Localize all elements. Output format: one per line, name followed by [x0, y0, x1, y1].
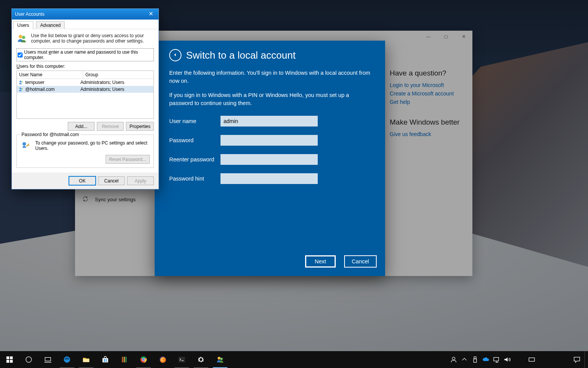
apply-button[interactable]: Apply: [127, 176, 154, 185]
row-reenter: Reenter password: [169, 154, 371, 165]
ua-password-group-text: To change your password, go to PC settin…: [35, 140, 150, 151]
svg-rect-20: [106, 361, 107, 362]
taskbar-app-generic-1[interactable]: [115, 351, 134, 368]
taskbar-app-store[interactable]: [96, 351, 115, 368]
svg-rect-9: [7, 360, 9, 363]
label-username: User name: [169, 117, 220, 125]
svg-rect-22: [124, 357, 125, 363]
svg-rect-19: [104, 361, 105, 362]
ua-require-password-checkbox[interactable]: [18, 53, 23, 58]
ua-list-label: Users for this computer:: [16, 64, 154, 69]
ua-tabstrip: Users Advanced: [12, 20, 158, 29]
col-group[interactable]: Group: [83, 71, 154, 79]
cancel-button[interactable]: Cancel: [98, 176, 125, 185]
label-password: Password: [169, 136, 220, 145]
tab-advanced[interactable]: Advanced: [36, 21, 65, 29]
ua-checkbox-label: Users must enter a user name and passwor…: [24, 49, 153, 60]
task-view-button[interactable]: [38, 351, 57, 368]
switch-paragraph-1: Enter the following information. You'll …: [169, 69, 371, 85]
tray-people-icon[interactable]: [448, 351, 459, 368]
svg-point-2: [20, 80, 21, 82]
start-button[interactable]: [0, 351, 19, 368]
ua-close-button[interactable]: ✕: [143, 9, 158, 20]
action-center-button[interactable]: [569, 355, 585, 364]
svg-point-31: [452, 357, 455, 360]
switch-local-account-modal: Switch to a local account Enter the foll…: [155, 41, 385, 276]
cancel-button[interactable]: Cancel: [344, 255, 377, 268]
svg-rect-7: [7, 356, 9, 359]
svg-rect-23: [126, 357, 127, 363]
system-tray: [448, 351, 588, 368]
taskbar-app-firefox[interactable]: [153, 351, 172, 368]
svg-point-30: [220, 358, 222, 360]
taskbar-app-chrome[interactable]: [134, 351, 153, 368]
svg-point-1: [22, 36, 25, 39]
show-desktop-button[interactable]: [585, 351, 588, 368]
label-reenter-password: Reenter password: [169, 156, 220, 164]
ok-button[interactable]: OK: [69, 176, 96, 185]
svg-point-4: [20, 87, 21, 89]
svg-rect-35: [529, 358, 535, 361]
svg-rect-32: [474, 357, 476, 359]
taskbar-app-file-explorer[interactable]: [77, 351, 96, 368]
input-username[interactable]: [220, 116, 318, 127]
input-password[interactable]: [220, 135, 318, 146]
ua-intro-text: Use the list below to grant or deny user…: [31, 33, 154, 44]
tab-users[interactable]: Users: [13, 21, 33, 29]
svg-rect-12: [45, 358, 51, 361]
tray-onedrive-icon[interactable]: [480, 351, 491, 368]
taskbar-app-settings[interactable]: [191, 351, 211, 368]
cell-group: Administrators; Users: [80, 87, 152, 92]
svg-rect-8: [10, 356, 13, 359]
svg-point-3: [21, 81, 23, 83]
reset-password-button[interactable]: Reset Password...: [106, 155, 150, 164]
table-row[interactable]: tempuser Administrators; Users: [17, 79, 154, 86]
ua-user-table: User Name Group tempuser Administrators;…: [16, 71, 154, 119]
table-row[interactable]: @hotmail.com Administrators; Users: [17, 86, 154, 93]
back-button[interactable]: [169, 49, 181, 61]
svg-point-6: [23, 142, 26, 146]
tray-overflow-icon[interactable]: [459, 351, 470, 368]
svg-point-11: [26, 357, 32, 363]
key-icon: [21, 140, 31, 151]
svg-rect-28: [179, 357, 185, 363]
tray-network-icon[interactable]: [491, 351, 502, 368]
tray-language-icon[interactable]: [513, 351, 526, 368]
next-button[interactable]: Next: [305, 255, 336, 268]
row-password: Password: [169, 135, 371, 146]
svg-point-5: [21, 88, 23, 90]
ua-require-password-checkbox-row[interactable]: Users must enter a user name and passwor…: [16, 48, 154, 61]
cell-username: tempuser: [25, 80, 44, 85]
ua-title-text: User Accounts: [15, 12, 44, 17]
ua-panel: Use the list below to grant or deny user…: [12, 29, 158, 172]
taskbar-app-edge[interactable]: [57, 351, 77, 368]
tray-volume-icon[interactable]: [502, 351, 513, 368]
people-icon: [16, 33, 27, 44]
add-user-button[interactable]: Add...: [68, 122, 95, 131]
svg-rect-34: [494, 358, 499, 361]
ua-titlebar[interactable]: User Accounts ✕: [12, 9, 158, 20]
svg-rect-21: [122, 357, 123, 363]
svg-rect-16: [103, 358, 108, 362]
svg-rect-33: [474, 359, 476, 362]
taskbar-app-terminal[interactable]: [172, 351, 191, 368]
cortana-button[interactable]: [19, 351, 38, 368]
svg-rect-10: [10, 360, 13, 363]
col-username[interactable]: User Name: [17, 71, 83, 79]
svg-point-26: [142, 358, 145, 361]
ua-footer: OK Cancel Apply: [12, 172, 158, 189]
switch-paragraph-2: If you sign in to Windows with a PIN or …: [169, 91, 371, 107]
taskbar-app-user-accounts[interactable]: [211, 351, 230, 368]
user-accounts-dialog: User Accounts ✕ Users Advanced Use the l…: [11, 8, 159, 189]
svg-point-0: [19, 35, 22, 38]
ua-table-header: User Name Group: [17, 71, 154, 79]
remove-user-button[interactable]: Remove: [97, 122, 124, 131]
switch-body: Enter the following information. You'll …: [155, 65, 385, 193]
ua-password-group: Password for @hotmail.com To change your…: [16, 135, 154, 168]
input-reenter-password[interactable]: [220, 154, 318, 165]
properties-button[interactable]: Properties: [126, 122, 154, 131]
tray-input-indicator-icon[interactable]: [526, 351, 537, 368]
tray-usb-icon[interactable]: [470, 351, 480, 368]
switch-header: Switch to a local account: [155, 41, 385, 65]
input-password-hint[interactable]: [220, 173, 318, 184]
